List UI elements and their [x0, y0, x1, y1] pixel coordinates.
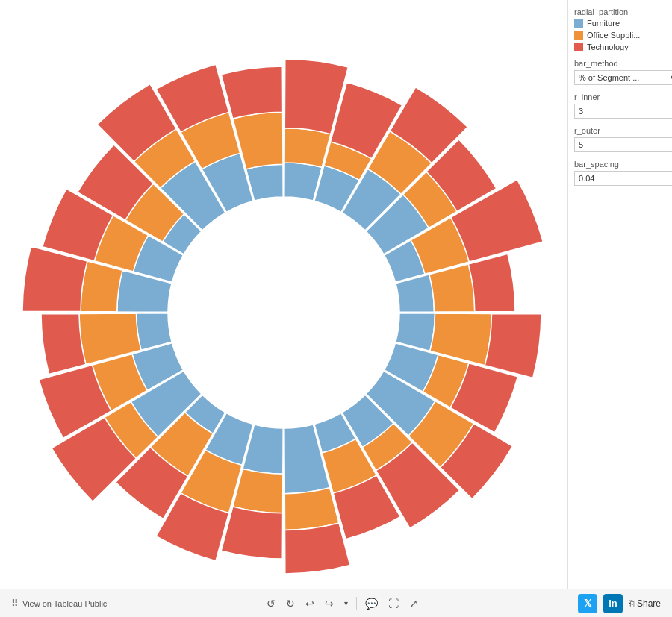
chart-area	[0, 0, 567, 617]
tech-label: Technology	[587, 43, 629, 51]
footer-left: ⠿ View on Tableau Public	[11, 598, 107, 609]
footer-center: ↺ ↻ ↩ ↪ ▾ 💬 ⛶ ⤢	[264, 596, 420, 611]
legend-item-furniture: Furniture	[574, 19, 672, 28]
legend-title: radial_partition	[574, 7, 672, 16]
bar-method-wrapper: % of Segment ... Count Sum ▼	[574, 70, 672, 85]
controls-panel: radial_partition Furniture Office Suppli…	[567, 0, 672, 617]
comment-button[interactable]: 💬	[363, 596, 380, 611]
furniture-swatch	[574, 19, 583, 28]
undo-button[interactable]: ↺	[264, 596, 278, 611]
bar-method-select[interactable]: % of Segment ... Count Sum	[574, 70, 672, 85]
more-button[interactable]: ▾	[342, 598, 350, 609]
bar-spacing-input[interactable]	[574, 171, 672, 186]
tableau-grid-icon: ⠿	[11, 598, 19, 609]
furniture-label: Furniture	[587, 19, 620, 28]
footer-divider	[356, 597, 357, 610]
office-swatch	[574, 31, 583, 40]
back-button[interactable]: ↩	[303, 596, 317, 611]
forward-button[interactable]: ↪	[323, 596, 336, 611]
office-label: Office Suppli...	[587, 31, 640, 40]
tableau-public-link[interactable]: View on Tableau Public	[22, 599, 107, 608]
tech-swatch	[574, 43, 583, 51]
redo-button[interactable]: ↻	[284, 596, 297, 611]
bar-method-label: bar_method	[574, 59, 672, 68]
r-inner-input[interactable]	[574, 104, 672, 119]
share-label: Share	[637, 598, 661, 609]
fullscreen-button[interactable]: ⤢	[407, 596, 420, 611]
linkedin-icon[interactable]: in	[603, 594, 623, 613]
bar-spacing-label: bar_spacing	[574, 160, 672, 169]
r-inner-label: r_inner	[574, 93, 672, 101]
twitter-icon[interactable]: 𝕏	[578, 594, 597, 613]
radial-chart	[0, 18, 567, 600]
r-outer-input[interactable]	[574, 137, 672, 152]
share-button[interactable]: ⎗ Share	[629, 598, 661, 609]
share-icon: ⎗	[629, 598, 634, 609]
legend-item-office: Office Suppli...	[574, 31, 672, 40]
footer-right: 𝕏 in ⎗ Share	[578, 594, 661, 613]
r-outer-label: r_outer	[574, 126, 672, 135]
main-container: radial_partition Furniture Office Suppli…	[0, 0, 672, 617]
expand-button[interactable]: ⛶	[386, 596, 401, 611]
footer: ⠿ View on Tableau Public ↺ ↻ ↩ ↪ ▾ 💬 ⛶ ⤢…	[0, 589, 672, 617]
legend-item-tech: Technology	[574, 43, 672, 51]
